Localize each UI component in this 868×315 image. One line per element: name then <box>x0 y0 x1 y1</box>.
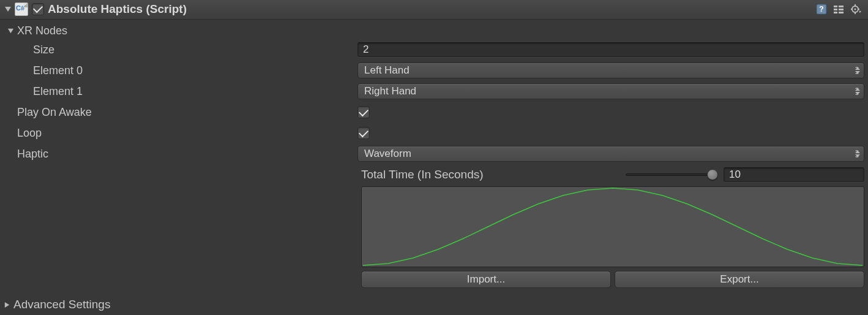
export-button[interactable]: Export... <box>615 271 864 288</box>
haptic-label: Haptic <box>4 148 357 161</box>
preset-icon[interactable] <box>832 3 845 15</box>
haptic-mode-value: Waveform <box>364 148 411 160</box>
element-0-value: Left Hand <box>364 64 410 77</box>
component-enabled-checkbox[interactable] <box>32 3 44 15</box>
total-time-label: Total Time (In Seconds) <box>361 168 619 181</box>
help-icon[interactable]: ? <box>815 3 828 15</box>
haptic-mode-dropdown[interactable]: Waveform <box>357 146 864 162</box>
xr-nodes-foldout[interactable]: XR Nodes <box>4 25 357 37</box>
svg-rect-8 <box>839 12 844 13</box>
total-time-input[interactable] <box>724 167 864 182</box>
svg-marker-0 <box>5 7 11 12</box>
svg-text:?: ? <box>819 5 823 13</box>
play-on-awake-checkbox[interactable] <box>357 106 370 118</box>
element-1-label: Element 1 <box>4 85 357 98</box>
size-label: Size <box>4 44 357 56</box>
component-title: Absolute Haptics (Script) <box>48 2 187 16</box>
svg-point-10 <box>855 8 856 10</box>
component-foldout[interactable] <box>4 5 12 13</box>
xr-nodes-label: XR Nodes <box>17 25 67 37</box>
element-0-dropdown[interactable]: Left Hand <box>357 63 864 78</box>
loop-checkbox[interactable] <box>357 127 370 139</box>
curve-editor[interactable] <box>361 186 864 267</box>
slider-thumb[interactable] <box>707 169 718 180</box>
component-header: Absolute Haptics (Script) ? <box>0 0 868 20</box>
element-1-dropdown[interactable]: Right Hand <box>357 83 864 99</box>
chevron-right-icon <box>2 300 11 309</box>
svg-rect-4 <box>834 9 837 10</box>
element-0-label: Element 0 <box>4 64 357 77</box>
xr-nodes-size-input[interactable] <box>357 42 864 57</box>
svg-rect-7 <box>839 9 844 10</box>
play-on-awake-label: Play On Awake <box>4 106 357 119</box>
gear-icon[interactable] <box>850 3 862 15</box>
svg-rect-5 <box>834 12 837 13</box>
csharp-script-icon <box>15 2 28 16</box>
advanced-settings-label: Advanced Settings <box>13 298 110 311</box>
svg-marker-16 <box>7 28 13 32</box>
loop-label: Loop <box>4 127 357 140</box>
total-time-slider[interactable] <box>626 173 717 176</box>
element-1-value: Right Hand <box>364 85 416 97</box>
chevron-down-icon <box>6 26 15 35</box>
svg-marker-15 <box>859 10 861 13</box>
import-button[interactable]: Import... <box>361 271 611 288</box>
svg-rect-6 <box>839 6 844 7</box>
svg-rect-3 <box>834 6 837 7</box>
advanced-settings-foldout[interactable]: Advanced Settings <box>0 294 868 315</box>
svg-marker-17 <box>4 302 9 307</box>
